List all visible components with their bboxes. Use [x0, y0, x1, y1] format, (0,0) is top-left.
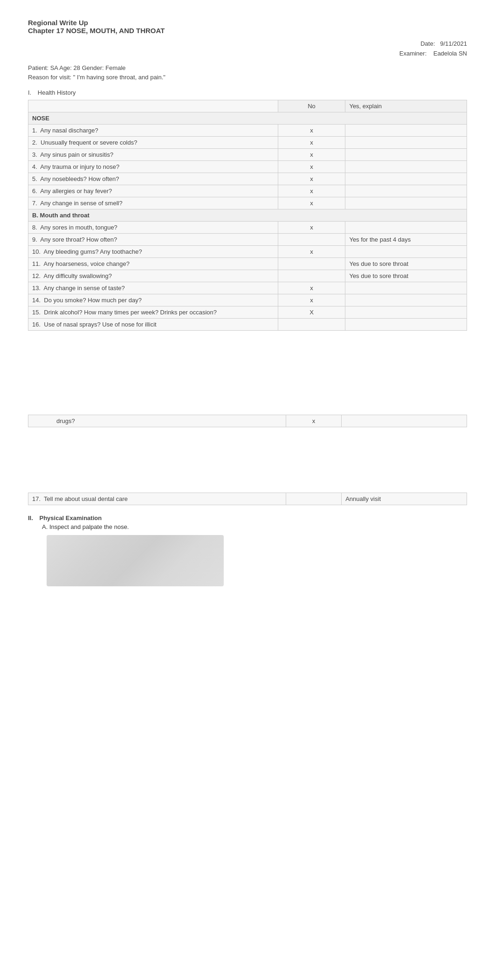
table-row: 9. Any sore throat? How often? Yes for t…: [28, 234, 467, 246]
examiner-value: Eadelola SN: [433, 50, 467, 57]
continuation-no: x: [286, 415, 341, 427]
table-row: 13. Any change in sense of taste? x: [28, 282, 467, 294]
no-16-partial: [278, 319, 345, 331]
continuation-question: drugs?: [28, 415, 286, 427]
no-10: x: [278, 246, 345, 258]
row17-table: 17. Tell me about usual dental care Annu…: [28, 493, 467, 505]
question-14: 14. Do you smoke? How much per day?: [28, 294, 278, 306]
patient-line1: Patient: SA Age: 28 Gender: Female: [28, 63, 467, 73]
yes-4: [345, 161, 467, 173]
patient-line2: Reason for visit: " I'm having sore thro…: [28, 73, 467, 83]
continuation-table: drugs? x: [28, 415, 467, 427]
no-14: x: [278, 294, 345, 306]
section-mouth-label: B. Mouth and throat: [28, 209, 467, 222]
date-label: Date:: [420, 40, 435, 47]
examiner-line: Examiner: Eadelola SN: [28, 49, 467, 59]
section2-header: II. Physical Examination: [28, 514, 467, 521]
question-10: 10. Any bleeding gums? Any toothache?: [28, 246, 278, 258]
section1-header: I. Health History: [28, 89, 467, 96]
question-13: 13. Any change in sense of taste?: [28, 282, 278, 294]
no-3: x: [278, 149, 345, 161]
no-12: [278, 270, 345, 282]
patient-info: Patient: SA Age: 28 Gender: Female Reaso…: [28, 63, 467, 83]
table-row: B. Mouth and throat: [28, 209, 467, 222]
table-row: 10. Any bleeding gums? Any toothache? x: [28, 246, 467, 258]
spacer-2: [28, 427, 467, 493]
table-row-continuation: drugs? x: [28, 415, 467, 427]
yes-6: [345, 185, 467, 197]
yes-12: Yes due to sore throat: [345, 270, 467, 282]
section2-block: II. Physical Examination A. Inspect and …: [28, 514, 467, 586]
question-7: 7. Any change in sense of smell?: [28, 197, 278, 209]
question-3: 3. Any sinus pain or sinusitis?: [28, 149, 278, 161]
table-row: 14. Do you smoke? How much per day? x: [28, 294, 467, 306]
yes-9: Yes for the past 4 days: [345, 234, 467, 246]
table-row-17: 17. Tell me about usual dental care Annu…: [28, 493, 467, 505]
question-4: 4. Any trauma or injury to nose?: [28, 161, 278, 173]
question-12: 12. Any difficulty swallowing?: [28, 270, 278, 282]
yes-11: Yes due to sore throat: [345, 258, 467, 270]
no-6: x: [278, 185, 345, 197]
table-row: 6. Any allergies or hay fever? x: [28, 185, 467, 197]
table-row: 1. Any nasal discharge? x: [28, 125, 467, 137]
no-9: [278, 234, 345, 246]
no-8: x: [278, 222, 345, 234]
yes-2: [345, 137, 467, 149]
table-row: 4. Any trauma or injury to nose? x: [28, 161, 467, 173]
no-13: x: [278, 282, 345, 294]
health-history-table: No Yes, explain NOSE 1. Any nasal discha…: [28, 100, 467, 331]
question-9: 9. Any sore throat? How often?: [28, 234, 278, 246]
no-4: x: [278, 161, 345, 173]
page-header: Regional Write Up Chapter 17 NOSE, MOUTH…: [28, 19, 467, 35]
continuation-yes: [342, 415, 467, 427]
table-header-row: No Yes, explain: [28, 100, 467, 112]
col-no-header: No: [278, 100, 345, 112]
section2-roman: II.: [28, 514, 33, 521]
yes-17: Annually visit: [342, 493, 467, 505]
table-row: 3. Any sinus pain or sinusitis? x: [28, 149, 467, 161]
no-11: [278, 258, 345, 270]
question-11: 11. Any hoarseness, voice change?: [28, 258, 278, 270]
question-1: 1. Any nasal discharge?: [28, 125, 278, 137]
no-5: x: [278, 173, 345, 185]
table-row: 12. Any difficulty swallowing? Yes due t…: [28, 270, 467, 282]
question-17: 17. Tell me about usual dental care: [28, 493, 286, 505]
yes-7: [345, 197, 467, 209]
section2-sub: A. Inspect and palpate the nose.: [42, 523, 467, 530]
table-row: 2. Unusually frequent or severe colds? x: [28, 137, 467, 149]
table-row: 7. Any change in sense of smell? x: [28, 197, 467, 209]
section1-title: Health History: [38, 89, 76, 96]
question-6: 6. Any allergies or hay fever?: [28, 185, 278, 197]
table-row: NOSE: [28, 112, 467, 125]
table-row: 5. Any nosebleeds? How often? x: [28, 173, 467, 185]
question-5: 5. Any nosebleeds? How often?: [28, 173, 278, 185]
yes-8: [345, 222, 467, 234]
table-row: 11. Any hoarseness, voice change? Yes du…: [28, 258, 467, 270]
col-question-header: [28, 100, 278, 112]
meta-block: Date: 9/11/2021 Examiner: Eadelola SN: [28, 39, 467, 59]
no-17: [286, 493, 341, 505]
col-yes-header: Yes, explain: [345, 100, 467, 112]
spacer-1: [28, 340, 467, 415]
date-line: Date: 9/11/2021: [28, 39, 467, 49]
no-2: x: [278, 137, 345, 149]
title-line1: Regional Write Up: [28, 19, 467, 27]
yes-10: [345, 246, 467, 258]
question-16-partial: 16. Use of nasal sprays? Use of nose for…: [28, 319, 278, 331]
yes-16-partial: [345, 319, 467, 331]
no-15: X: [278, 306, 345, 319]
title-line2: Chapter 17 NOSE, MOUTH, AND THROAT: [28, 27, 467, 35]
table-row: 8. Any sores in mouth, tongue? x: [28, 222, 467, 234]
yes-15: [345, 306, 467, 319]
table-row: 15. Drink alcohol? How many times per we…: [28, 306, 467, 319]
yes-1: [345, 125, 467, 137]
yes-14: [345, 294, 467, 306]
date-value: 9/11/2021: [440, 40, 467, 47]
table-row: 16. Use of nasal sprays? Use of nose for…: [28, 319, 467, 331]
section1-roman: I.: [28, 89, 31, 96]
question-15: 15. Drink alcohol? How many times per we…: [28, 306, 278, 319]
yes-5: [345, 173, 467, 185]
no-7: x: [278, 197, 345, 209]
no-1: x: [278, 125, 345, 137]
section2-title: Physical Examination: [39, 514, 102, 521]
